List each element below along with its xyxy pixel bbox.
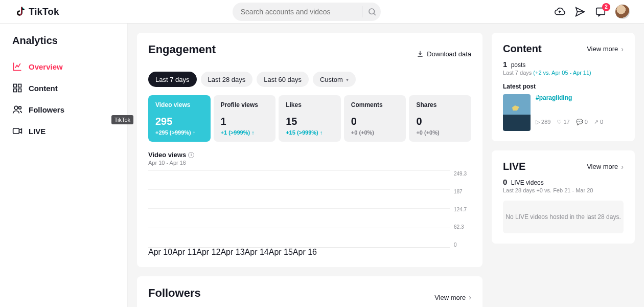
sidebar-item-label: LIVE (29, 127, 45, 136)
range-pill-last60[interactable]: Last 60 days (257, 72, 309, 87)
metric-delta: +295 (>999%) ↑ (155, 129, 203, 136)
svg-point-6 (14, 106, 18, 109)
posts-count-label: posts (511, 61, 526, 69)
brand-logo[interactable]: TikTok (14, 6, 59, 18)
inbox-button[interactable]: 2 (595, 6, 606, 17)
range-pill-last28[interactable]: Last 28 days (201, 72, 253, 87)
live-count-value: 0 (503, 178, 507, 186)
post-hashtag[interactable]: #paragliding (536, 94, 624, 101)
content-meta-prefix: Last 7 days (503, 70, 533, 76)
video-views-chart: 249.3187124.762.30 (148, 171, 471, 248)
live-title: LIVE (503, 161, 525, 172)
metric-value: 15 (286, 116, 334, 127)
sidebar-item-label: Followers (29, 105, 64, 114)
metric-tile[interactable]: Video views295+295 (>999%) ↑ (148, 95, 211, 142)
metric-label: Profile views (221, 101, 269, 108)
y-tick-label: 62.3 (454, 224, 471, 230)
download-data-button[interactable]: Download data (417, 50, 471, 58)
live-count-label: LIVE videos (511, 179, 544, 186)
global-search[interactable] (233, 3, 381, 21)
post-stats: ▷ 289 ♡ 17 💬 0 ↗ 0 (536, 119, 624, 125)
range-pill-last7[interactable]: Last 7 days (148, 72, 197, 87)
posts-count-value: 1 (503, 60, 507, 69)
metric-tile[interactable]: Likes15+15 (>999%) ↑ (279, 95, 341, 142)
chevron-right-icon: › (469, 293, 471, 301)
search-button[interactable] (367, 7, 377, 16)
range-pill-custom[interactable]: Custom▾ (313, 72, 356, 87)
content-meta-highlight: (+2 vs. Apr 05 - Apr 11) (533, 70, 591, 76)
x-tick-label: Apr 16 (293, 248, 317, 257)
stat-plays-value: 289 (541, 119, 550, 125)
chart-icon (12, 61, 22, 72)
metric-label: Comments (351, 101, 399, 108)
content-panel: Content View more › 1 posts Last 7 days … (492, 33, 635, 141)
svg-rect-5 (18, 89, 21, 92)
metric-tile[interactable]: Shares0+0 (+0%) (409, 95, 471, 142)
metric-delta: +0 (+0%) (351, 129, 399, 136)
upload-button[interactable] (554, 6, 565, 17)
followers-view-more[interactable]: View more › (434, 293, 471, 301)
stat-likes-value: 17 (563, 119, 569, 125)
tooltip-content: TikTok (111, 115, 133, 124)
sidebar-item-live[interactable]: LIVE (9, 120, 118, 142)
sidebar-item-followers[interactable]: Followers (9, 99, 118, 120)
x-tick-label: Apr 12 (196, 248, 220, 257)
range-label: Last 7 days (155, 76, 190, 83)
engagement-title: Engagement (148, 43, 216, 56)
stat-likes: ♡ 17 (557, 119, 569, 125)
chart-date-range: Apr 10 - Apr 16 (148, 160, 471, 166)
svg-point-0 (369, 9, 375, 14)
metric-delta: +0 (+0%) (416, 129, 464, 136)
search-input[interactable] (241, 8, 357, 16)
search-icon (367, 7, 377, 16)
sidebar-item-label: Overview (29, 62, 63, 71)
metric-label: Video views (155, 101, 203, 108)
top-bar: TikTok 2 (0, 0, 644, 24)
view-more-label: View more (587, 45, 618, 53)
latest-post[interactable]: #paragliding ▷ 289 ♡ 17 💬 0 ↗ 0 (503, 94, 624, 131)
search-divider (362, 6, 362, 17)
live-count: 0 LIVE videos (503, 178, 624, 186)
video-icon (12, 126, 22, 136)
chevron-right-icon: › (621, 45, 624, 53)
metric-delta: +1 (>999%) ↑ (221, 129, 269, 136)
followers-title: Followers (148, 287, 201, 300)
stat-plays: ▷ 289 (536, 119, 550, 125)
chart-title: Video views i (148, 151, 471, 159)
svg-rect-8 (13, 128, 19, 134)
y-tick-label: 0 (454, 242, 471, 248)
stat-shares-value: 0 (600, 119, 603, 125)
x-tick-label: Apr 10 (148, 248, 172, 257)
stat-comments-value: 0 (585, 119, 588, 125)
view-more-label: View more (587, 163, 618, 170)
paper-plane-icon (574, 6, 586, 17)
stat-comments: 💬 0 (576, 119, 588, 125)
live-view-more[interactable]: View more › (587, 163, 624, 171)
sidebar-item-overview[interactable]: Overview (9, 56, 118, 77)
content-title: Content (503, 43, 542, 55)
svg-point-7 (19, 106, 21, 109)
download-icon (417, 50, 424, 57)
sidebar-item-label: Content (29, 84, 58, 93)
followers-card: Followers View more › Last 7 days Last 2… (137, 276, 482, 307)
metric-value: 295 (155, 116, 203, 127)
stat-shares: ↗ 0 (594, 119, 603, 125)
metric-tile[interactable]: Profile views1+1 (>999%) ↑ (214, 95, 276, 142)
profile-avatar[interactable] (615, 5, 630, 19)
metrics-row: Video views295+295 (>999%) ↑Profile view… (148, 95, 471, 142)
view-more-label: View more (434, 294, 466, 301)
metric-label: Likes (286, 101, 334, 108)
people-icon (12, 104, 22, 115)
x-tick-label: Apr 13 (220, 248, 244, 257)
latest-post-label: Latest post (503, 83, 624, 90)
chart-title-text: Video views (148, 151, 186, 159)
range-label: Custom (320, 76, 343, 83)
info-icon[interactable]: i (188, 152, 194, 158)
sidebar-item-content[interactable]: Content (9, 77, 118, 99)
content-view-more[interactable]: View more › (587, 45, 624, 53)
metric-tile[interactable]: Comments0+0 (+0%) (344, 95, 406, 142)
content-compare-meta: Last 7 days (+2 vs. Apr 05 - Apr 11) (503, 70, 624, 76)
live-empty-state: No LIVE videos hosted in the last 28 day… (503, 201, 624, 233)
send-button[interactable] (574, 6, 586, 17)
engagement-card: Engagement Download data Last 7 days Las… (137, 33, 482, 267)
